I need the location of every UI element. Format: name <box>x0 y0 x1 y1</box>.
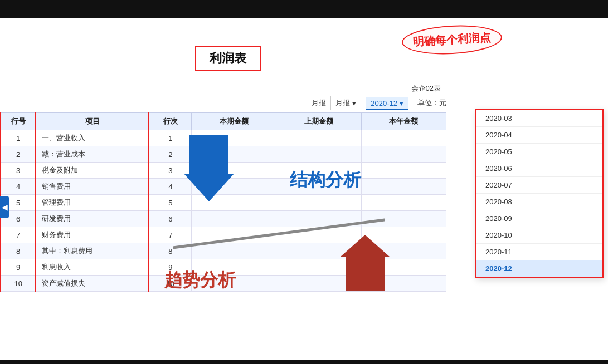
top-bar <box>0 0 608 18</box>
arrow-down-annotation <box>184 135 234 204</box>
dropdown-item[interactable]: 2020-03 <box>476 110 602 127</box>
cell-num: 1 <box>1 130 36 146</box>
col-num: 行号 <box>1 113 36 130</box>
period-type-select[interactable]: 月报 ▾ <box>330 96 361 110</box>
cell-annual <box>361 130 446 146</box>
chevron-down-icon-2: ▾ <box>400 99 403 107</box>
dropdown-item[interactable]: 2020-08 <box>476 194 602 210</box>
col-current: 本期金额 <box>192 113 276 130</box>
dropdown-items-container: 2020-032020-042020-052020-062020-072020-… <box>476 110 602 277</box>
svg-marker-2 <box>340 235 390 291</box>
cell-item: 税金及附加 <box>36 163 149 179</box>
left-panel-toggle[interactable]: ◀ <box>0 196 9 218</box>
cell-item: 管理费用 <box>36 195 149 211</box>
controls-row: 月报 月报 ▾ 2020-12 ▾ 单位：元 <box>0 96 608 110</box>
speech-bubble-text: 明确每个利润点 <box>401 23 503 56</box>
dropdown-item[interactable]: 2020-12 <box>476 260 602 277</box>
col-order: 行次 <box>149 113 191 130</box>
cell-num: 9 <box>1 259 36 276</box>
cell-item: 研发费用 <box>36 211 149 227</box>
cell-prev <box>276 195 361 211</box>
company-row: 会企02表 <box>411 83 441 94</box>
col-prev: 上期金额 <box>276 113 361 130</box>
cell-annual <box>361 163 446 179</box>
cell-num: 4 <box>1 179 36 195</box>
unit-text: 单位：元 <box>417 98 446 108</box>
cell-num: 2 <box>1 146 36 163</box>
period-type-value: 月报 <box>335 98 350 108</box>
period-label: 月报 <box>312 98 326 108</box>
cell-prev <box>276 130 361 146</box>
chevron-left-icon: ◀ <box>2 203 8 211</box>
cell-prev <box>276 146 361 163</box>
table-header: 行号 项目 行次 本期金额 上期金额 本年金额 <box>1 113 446 130</box>
title-box: 利润表 <box>195 46 261 71</box>
chevron-down-icon: ▾ <box>352 99 356 107</box>
cell-item: 财务费用 <box>36 227 149 243</box>
dropdown-item[interactable]: 2020-05 <box>476 144 602 160</box>
cell-num: 7 <box>1 227 36 243</box>
svg-marker-0 <box>184 135 234 201</box>
dropdown-item[interactable]: 2020-06 <box>476 160 602 177</box>
cell-item: 销售费用 <box>36 179 149 195</box>
period-value-select[interactable]: 2020-12 ▾ <box>366 97 408 110</box>
cell-annual <box>361 195 446 211</box>
cell-item: 减：营业成本 <box>36 146 149 163</box>
cell-item: 资产减值损失 <box>36 276 149 292</box>
content-area: 明确每个利润点 利润表 会企02表 月报 月报 ▾ 2020-12 ▾ 单位：元 <box>0 18 608 364</box>
dropdown-item[interactable]: 2020-09 <box>476 210 602 227</box>
period-value-text: 2020-12 <box>371 99 397 107</box>
cell-item: 一、营业收入 <box>36 130 149 146</box>
cell-item: 利息收入 <box>36 259 149 276</box>
trend-label: 趋势分析 <box>164 268 236 293</box>
company-text: 会企02表 <box>411 84 441 92</box>
dropdown-item[interactable]: 2020-11 <box>476 244 602 260</box>
main-container: 明确每个利润点 利润表 会企02表 月报 月报 ▾ 2020-12 ▾ 单位：元 <box>0 0 608 364</box>
header-row: 行号 项目 行次 本期金额 上期金额 本年金额 <box>1 113 446 130</box>
speech-bubble: 明确每个利润点 <box>402 26 502 54</box>
cell-num: 3 <box>1 163 36 179</box>
dropdown-item[interactable]: 2020-10 <box>476 227 602 244</box>
col-annual: 本年金额 <box>361 113 446 130</box>
structure-label: 结构分析 <box>290 168 361 193</box>
dropdown-panel: 2020-032020-042020-052020-062020-072020-… <box>475 109 604 278</box>
cell-annual <box>361 179 446 195</box>
cell-item: 其中：利息费用 <box>36 243 149 259</box>
col-item: 项目 <box>36 113 149 130</box>
title-text: 利润表 <box>210 51 246 65</box>
cell-num: 10 <box>1 276 36 292</box>
dropdown-item[interactable]: 2020-07 <box>476 177 602 194</box>
cell-num: 8 <box>1 243 36 259</box>
cell-annual <box>361 146 446 163</box>
dropdown-item[interactable]: 2020-04 <box>476 127 602 144</box>
arrow-up-annotation <box>340 235 390 293</box>
